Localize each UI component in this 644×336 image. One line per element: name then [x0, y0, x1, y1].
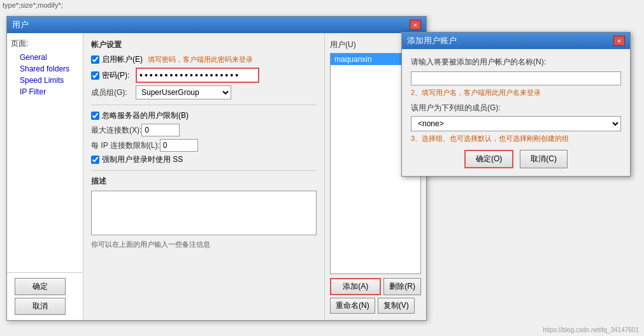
sidebar-title: 页面: [10, 38, 80, 49]
enable-account-row: 启用帐户(E) 填写密码，客户端用此密码来登录 [91, 54, 317, 65]
cancel-button[interactable]: 取消 [15, 298, 66, 315]
rename-user-button[interactable]: 重命名(N) [330, 298, 375, 314]
ignore-limit-label[interactable]: 忽略服务器的用户限制(B) [91, 110, 189, 121]
add-user-group-select[interactable]: <none> [411, 116, 621, 131]
description-textarea[interactable] [91, 191, 317, 235]
add-user-group-label: 该用户为下列组的成员(G): [411, 103, 621, 113]
per-ip-limit-row: 每 IP 连接数限制(L): [91, 139, 317, 152]
main-dialog-titlebar: 用户 × [7, 17, 426, 33]
enable-account-label[interactable]: 启用帐户(E) [91, 54, 143, 65]
top-bar: type*;size*;modify*; [0, 0, 644, 13]
dialog-footer: 确定 取消 [7, 272, 83, 320]
max-connections-input[interactable] [141, 124, 180, 136]
password-label-text: 密码(P): [102, 70, 129, 81]
group-row: 成员组(G): SuperUserGroup [91, 85, 317, 99]
per-ip-limit-input[interactable] [160, 139, 198, 152]
per-ip-limit-label: 每 IP 连接数限制(L): [91, 140, 160, 151]
force-ssl-text: 强制用户登录时使用 SS [102, 154, 183, 165]
add-user-group-hint: 3、选择组、也可选择默认，也可选择刚刚创建的组 [411, 134, 621, 143]
add-user-footer: 确定(O) 取消(C) [411, 150, 621, 168]
group-label: 成员组(G): [91, 87, 136, 98]
main-dialog-title: 用户 [12, 19, 29, 31]
copy-user-button[interactable]: 复制(V) [378, 298, 415, 314]
sidebar-item-ip-filter[interactable]: IP Filter [10, 86, 80, 98]
force-ssl-row: 强制用户登录时使用 SS [91, 154, 317, 165]
desc-title: 描述 [91, 176, 317, 187]
add-user-body: 请输入将要被添加的用户帐户的名称(N): 2、填写用户名，客户端用此用户名来登录… [402, 49, 630, 176]
users-buttons: 添加(A) 删除(R) 重命名(N) 复制(V) [330, 278, 421, 314]
password-checkbox-label[interactable]: 密码(P): [91, 70, 136, 81]
account-settings-title: 帐户设置 [91, 40, 317, 50]
sidebar-item-speed-limits[interactable]: Speed Limits [10, 75, 80, 86]
ignore-limit-checkbox[interactable] [91, 112, 99, 120]
add-user-dialog: 添加用户账户 × 请输入将要被添加的用户帐户的名称(N): 2、填写用户名，客户… [401, 32, 631, 177]
sidebar-item-general[interactable]: General [10, 52, 80, 63]
confirm-button[interactable]: 确定 [15, 278, 66, 295]
sidebar-item-shared-folders[interactable]: Shared folders [10, 63, 80, 75]
enable-account-checkbox[interactable] [91, 55, 99, 64]
add-user-close-button[interactable]: × [613, 36, 625, 46]
enable-account-text: 启用帐户(E) [102, 54, 143, 65]
description-section: 描述 你可以在上面的用户输入一些备注信息 [91, 176, 317, 249]
max-connections-row: 最大连接数(X): [91, 124, 317, 136]
password-field-wrapper [136, 68, 259, 83]
watermark: https://blog.csdn.net/tq_34147601 [543, 326, 639, 333]
top-bar-text: type*;size*;modify*; [3, 1, 63, 9]
users-btn-row-2: 重命名(N) 复制(V) [330, 298, 421, 314]
add-user-cancel-button[interactable]: 取消(C) [520, 150, 568, 168]
ignore-limit-text: 忽略服务器的用户限制(B) [102, 110, 189, 121]
password-input[interactable] [137, 69, 258, 82]
add-user-name-hint: 2、填写用户名，客户端用此用户名来登录 [411, 88, 621, 98]
max-connections-label: 最大连接数(X): [91, 125, 141, 136]
main-form-area: 帐户设置 启用帐户(E) 填写密码，客户端用此密码来登录 密码(P): [83, 33, 324, 320]
force-ssl-label[interactable]: 强制用户登录时使用 SS [91, 154, 183, 165]
main-dialog-close-button[interactable]: × [410, 20, 421, 30]
divider-1 [91, 105, 317, 105]
main-dialog: 用户 × 页面: General Shared folders Speed Li… [6, 16, 427, 321]
add-user-titlebar: 添加用户账户 × [402, 33, 630, 49]
password-checkbox[interactable] [91, 71, 99, 80]
add-user-confirm-button[interactable]: 确定(O) [464, 150, 513, 168]
main-dialog-body: 页面: General Shared folders Speed Limits … [7, 33, 426, 320]
add-user-title: 添加用户账户 [407, 35, 457, 47]
password-row: 密码(P): [91, 68, 317, 83]
ignore-limit-row: 忽略服务器的用户限制(B) [91, 110, 317, 121]
add-user-name-input[interactable] [411, 71, 621, 85]
delete-user-button[interactable]: 删除(R) [383, 278, 421, 295]
force-ssl-checkbox[interactable] [91, 156, 99, 164]
users-btn-row-1: 添加(A) 删除(R) [330, 278, 421, 295]
desc-hint: 你可以在上面的用户输入一些备注信息 [91, 240, 317, 249]
add-user-name-label: 请输入将要被添加的用户帐户的名称(N): [411, 57, 621, 68]
divider-2 [91, 170, 317, 171]
group-select[interactable]: SuperUserGroup [136, 85, 231, 99]
account-hint: 填写密码，客户端用此密码来登录 [148, 55, 253, 64]
add-user-button[interactable]: 添加(A) [330, 278, 381, 295]
